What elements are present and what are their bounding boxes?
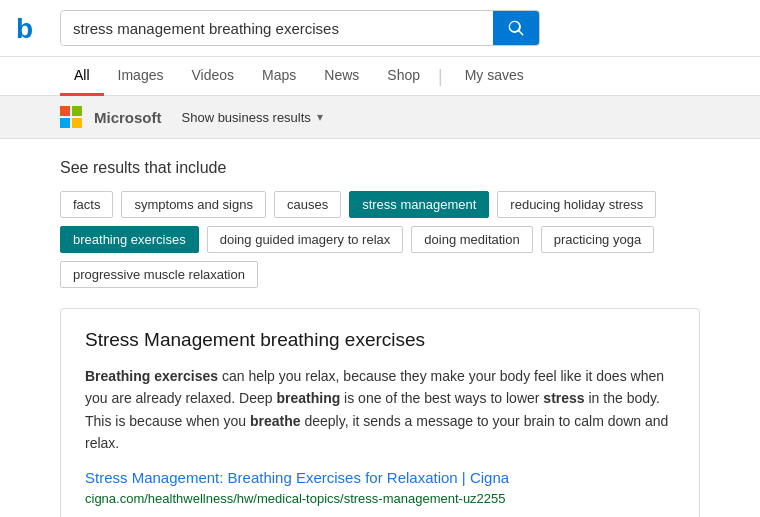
chip-reducing-holiday[interactable]: reducing holiday stress [497, 191, 656, 218]
result-card-title: Stress Management breathing exercises [85, 329, 675, 351]
results-label: See results that include [60, 159, 700, 177]
ms-company-name: Microsoft [94, 109, 162, 126]
search-bar-container [60, 10, 540, 46]
chip-causes[interactable]: causes [274, 191, 341, 218]
result-card: Stress Management breathing exercises Br… [60, 308, 700, 517]
tab-maps[interactable]: Maps [248, 57, 310, 96]
result-link[interactable]: Stress Management: Breathing Exercises f… [85, 469, 675, 486]
tab-videos[interactable]: Videos [177, 57, 248, 96]
chip-facts[interactable]: facts [60, 191, 113, 218]
tab-shop[interactable]: Shop [373, 57, 434, 96]
svg-rect-4 [72, 118, 82, 128]
svg-rect-2 [72, 106, 82, 116]
tab-my-saves[interactable]: My saves [451, 57, 538, 96]
tab-news[interactable]: News [310, 57, 373, 96]
chip-stress-management[interactable]: stress management [349, 191, 489, 218]
nav-tabs: All Images Videos Maps News Shop | My sa… [0, 57, 760, 96]
nav-divider: | [434, 66, 447, 87]
ms-logo [60, 106, 82, 128]
chip-progressive-muscle[interactable]: progressive muscle relaxation [60, 261, 258, 288]
svg-rect-1 [60, 106, 70, 116]
chip-guided-imagery[interactable]: doing guided imagery to relax [207, 226, 404, 253]
ms-banner: Microsoft Show business results ▾ [0, 96, 760, 139]
search-button[interactable] [493, 11, 539, 45]
search-input[interactable] [61, 12, 493, 45]
result-card-body: Breathing exercises can help you relax, … [85, 365, 675, 455]
show-business-label: Show business results [182, 110, 311, 125]
filter-row-2: breathing exercises doing guided imagery… [60, 226, 700, 288]
chevron-down-icon: ▾ [317, 110, 323, 124]
bing-logo: b [16, 12, 48, 44]
result-url: cigna.com/healthwellness/hw/medical-topi… [85, 491, 506, 506]
show-business-button[interactable]: Show business results ▾ [182, 110, 323, 125]
chip-yoga[interactable]: practicing yoga [541, 226, 654, 253]
svg-text:b: b [16, 13, 33, 44]
chip-meditation[interactable]: doing meditation [411, 226, 532, 253]
main-content: See results that include facts symptoms … [0, 139, 760, 517]
search-header: b [0, 0, 760, 57]
chip-symptoms[interactable]: symptoms and signs [121, 191, 266, 218]
tab-images[interactable]: Images [104, 57, 178, 96]
chip-breathing-exercises[interactable]: breathing exercises [60, 226, 199, 253]
tab-all[interactable]: All [60, 57, 104, 96]
filter-row-1: facts symptoms and signs causes stress m… [60, 191, 700, 218]
search-icon [507, 19, 525, 37]
svg-rect-3 [60, 118, 70, 128]
microsoft-logo-icon [60, 106, 82, 128]
